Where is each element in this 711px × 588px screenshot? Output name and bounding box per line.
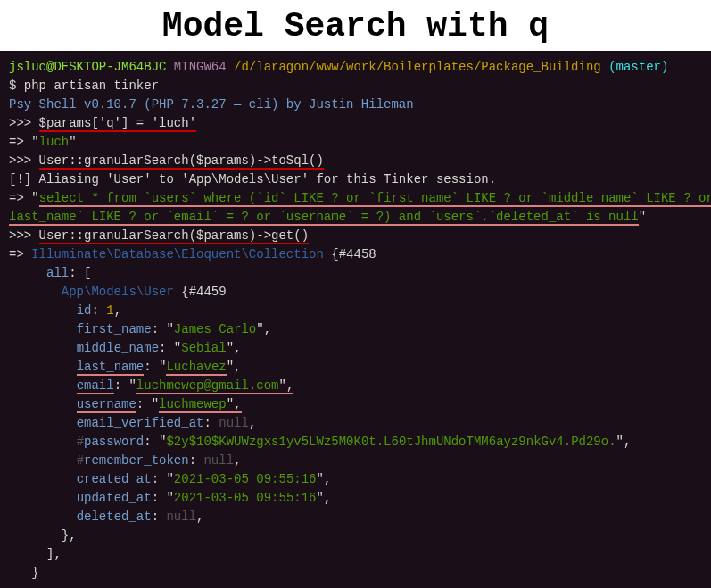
close-line: ], xyxy=(9,545,702,564)
field-line: updated_at: "2021-03-05 09:55:16", xyxy=(9,489,702,508)
field-line: deleted_at: null, xyxy=(9,508,702,526)
field-line: first_name: "James Carlo", xyxy=(9,320,702,339)
output-line: => "luch" xyxy=(9,133,702,152)
alias-line: [!] Aliasing 'User' to 'App\Models\User'… xyxy=(9,170,702,189)
field-line: middle_name: "Sebial", xyxy=(9,339,702,358)
field-line: username: "luchmewep", xyxy=(9,395,702,414)
sql-output-line: => "select * from `users` where (`id` LI… xyxy=(9,189,702,208)
field-line: email_verified_at: null, xyxy=(9,414,702,433)
field-line: email: "luchmewep@gmail.com", xyxy=(9,377,702,395)
output-line: all: [ xyxy=(9,264,702,283)
output-line: => Illuminate\Database\Eloquent\Collecti… xyxy=(9,245,702,264)
field-line: created_at: "2021-03-05 09:55:16", xyxy=(9,470,702,489)
input-line: >>> User::granularSearch($params)->toSql… xyxy=(9,152,702,170)
close-line: }, xyxy=(9,526,702,545)
sql-output-line: last_name` LIKE ? or `email` = ? or `use… xyxy=(9,208,702,227)
psy-shell-line: Psy Shell v0.10.7 (PHP 7.3.27 — cli) by … xyxy=(9,95,702,114)
field-line: #remember_token: null, xyxy=(9,451,702,470)
field-line: #password: "$2y$10$KWUWzgxs1yv5LWz5M0K0t… xyxy=(9,433,702,451)
prompt-line: jsluc@DESKTOP-JM64BJC MINGW64 /d/laragon… xyxy=(9,58,702,77)
input-line: >>> User::granularSearch($params)->get() xyxy=(9,227,702,245)
command-line: $ php artisan tinker xyxy=(9,77,702,95)
terminal-window: jsluc@DESKTOP-JM64BJC MINGW64 /d/laragon… xyxy=(0,51,711,588)
input-line: >>> $params['q'] = 'luch' xyxy=(9,114,702,133)
page-title: Model Search with q xyxy=(0,0,711,51)
field-line: last_name: "Luchavez", xyxy=(9,358,702,377)
output-line: App\Models\User {#4459 xyxy=(9,283,702,302)
close-line: } xyxy=(9,564,702,583)
field-line: id: 1, xyxy=(9,302,702,320)
